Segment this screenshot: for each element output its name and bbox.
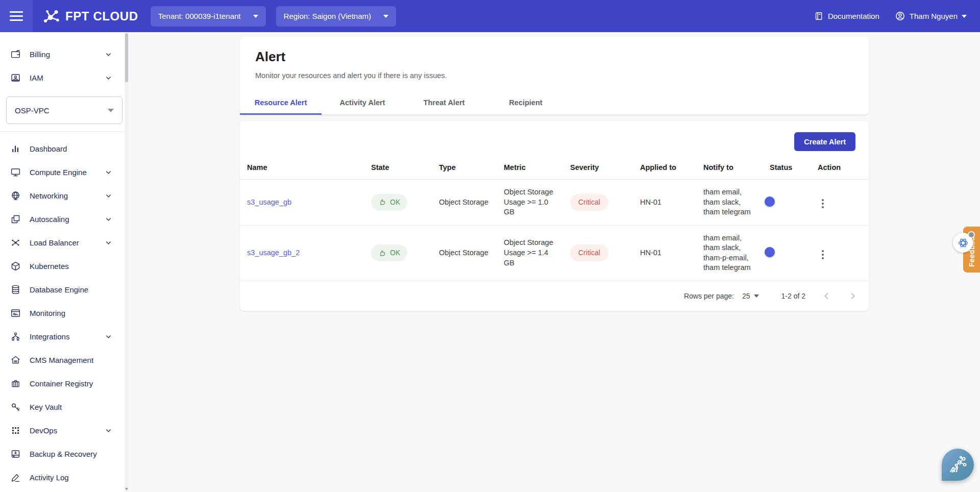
bar-chart-icon (10, 143, 21, 154)
pen-icon (10, 472, 21, 483)
row-actions-menu-button[interactable] (818, 197, 828, 210)
chevron-down-icon (108, 109, 114, 112)
sidebar-item-monitoring[interactable]: Monitoring (0, 301, 129, 325)
chevron-down-icon (754, 294, 759, 298)
chevron-down-icon (105, 215, 112, 223)
alert-applied-to: HN-01 (633, 180, 696, 226)
sidebar-item-iam[interactable]: IAM (0, 66, 129, 89)
sidebar-item-database-engine[interactable]: Database Engine (0, 278, 129, 301)
chevron-down-icon (105, 168, 112, 176)
alert-type: Object Storage (432, 225, 497, 281)
sidebar-item-key-vault[interactable]: Key Vault (0, 395, 129, 419)
hamburger-menu-button[interactable] (0, 0, 33, 32)
col-notify-to: Notify to (696, 156, 763, 180)
rows-per-page-label: Rows per page: (684, 292, 734, 300)
nodes-icon (10, 237, 21, 248)
sidebar-item-activity-log[interactable]: Activity Log (0, 465, 129, 489)
alert-applied-to: HN-01 (633, 225, 696, 281)
sidebar-item-devops[interactable]: DevOps (0, 419, 129, 442)
sidebar-item-networking[interactable]: Networking (0, 184, 129, 207)
sidebar-item-billing[interactable]: Billing (0, 42, 129, 66)
feedback-assistant-badge[interactable] (953, 233, 973, 253)
alert-type: Object Storage (432, 180, 497, 226)
documentation-link[interactable]: Documentation (814, 11, 879, 21)
col-action: Action (811, 156, 869, 180)
row-actions-menu-button[interactable] (818, 248, 828, 261)
previous-page-button[interactable] (821, 290, 832, 302)
alert-tabs: Resource Alert Activity Alert Threat Ale… (240, 92, 869, 115)
pagination-range: 1-2 of 2 (781, 292, 805, 300)
alert-name-link[interactable]: s3_usage_gb_2 (247, 249, 300, 257)
sidebar-item-autoscaling[interactable]: Autoscaling (0, 207, 129, 231)
user-menu[interactable]: Tham Nguyen (895, 11, 967, 21)
tenant-label: Tenant: 000039-i1tenant (158, 12, 241, 20)
sidebar-item-integrations[interactable]: Integrations (0, 325, 129, 348)
alerts-table: Name State Type Metric Severity Applied … (240, 156, 869, 281)
header-right-group: Documentation Tham Nguyen (814, 11, 980, 21)
logo-text: FPT CLOUD (65, 9, 138, 23)
wallet-icon (10, 49, 21, 60)
region-selector[interactable]: Region: Saigon (Vietnam) (276, 6, 397, 27)
ai-assistant-button[interactable]: AI (942, 449, 974, 481)
tab-resource-alert[interactable]: Resource Alert (240, 92, 322, 115)
top-header: FPT CLOUD Tenant: 000039-i1tenant Region… (0, 0, 980, 32)
globe-icon (10, 190, 21, 201)
user-avatar-icon (895, 11, 905, 21)
sidebar-item-dashboard[interactable]: Dashboard (0, 137, 129, 160)
severity-badge: Critical (570, 244, 608, 261)
grid-icon (10, 425, 21, 436)
page-title: Alert (240, 49, 869, 65)
sidebar-item-cms-management[interactable]: CMS Management (0, 348, 129, 372)
chevron-down-icon (105, 333, 112, 340)
tab-recipient[interactable]: Recipient (485, 92, 567, 115)
col-applied-to: Applied to (633, 156, 696, 180)
tab-activity-alert[interactable]: Activity Alert (322, 92, 403, 115)
alert-name-link[interactable]: s3_usage_gb (247, 198, 291, 206)
sidebar-item-container-registry[interactable]: Container Registry (0, 372, 129, 395)
fpt-cloud-logo[interactable]: FPT CLOUD (43, 9, 138, 24)
database-icon (10, 284, 21, 295)
chevron-down-icon (105, 427, 112, 434)
sidebar-item-kubernetes[interactable]: Kubernetes (0, 254, 129, 278)
key-icon (10, 402, 21, 412)
next-page-button[interactable] (847, 290, 859, 302)
chevron-left-icon (821, 290, 832, 302)
tenant-selector[interactable]: Tenant: 000039-i1tenant (151, 6, 266, 27)
monitoring-icon (10, 308, 21, 318)
user-name: Tham Nguyen (910, 12, 958, 20)
molecule-logo-icon (43, 9, 60, 24)
table-header-row: Name State Type Metric Severity Applied … (240, 156, 869, 180)
chevron-down-icon (105, 239, 112, 247)
tab-threat-alert[interactable]: Threat Alert (403, 92, 485, 115)
thumbs-up-icon (378, 249, 386, 257)
sidebar-scrollbar[interactable] (125, 32, 129, 492)
sidebar-item-load-balancer[interactable]: Load Balancer (0, 231, 129, 254)
chevron-down-icon (253, 15, 258, 18)
sidebar-divider (0, 131, 129, 132)
sidebar-item-compute-engine[interactable]: Compute Engine (0, 160, 129, 184)
severity-badge: Critical (570, 194, 608, 211)
alert-notify-to: tham email, tham slack, tham-p-email, th… (696, 225, 763, 281)
table-row: s3_usage_gb_2 OK Object Storage Object S… (240, 225, 869, 281)
col-metric: Metric (497, 156, 563, 180)
col-state: State (364, 156, 432, 180)
hamburger-icon (10, 11, 23, 21)
id-card-icon (10, 72, 21, 83)
container-icon (10, 378, 21, 389)
state-badge-ok: OK (371, 244, 407, 261)
rows-per-page-select[interactable]: 25 (742, 292, 759, 300)
col-severity: Severity (563, 156, 633, 180)
sidebar-item-backup-recovery[interactable]: Backup & Recovery (0, 442, 129, 465)
chevron-down-icon (105, 74, 112, 82)
chevron-down-icon (962, 15, 967, 18)
thumbs-up-icon (378, 198, 386, 206)
table-row: s3_usage_gb OK Object Storage Object Sto… (240, 180, 869, 226)
cms-icon (10, 355, 21, 365)
main-content: Alert Monitor your resources and alert y… (129, 32, 980, 492)
scrollbar-down-arrow[interactable] (125, 488, 128, 490)
create-alert-button[interactable]: Create Alert (794, 132, 855, 151)
monitor-icon (10, 167, 21, 178)
alert-metric: Object Storage Usage >= 1.0 GB (497, 180, 563, 226)
scrollbar-thumb[interactable] (125, 33, 128, 82)
vpc-selector[interactable]: OSP-VPC (6, 96, 122, 124)
